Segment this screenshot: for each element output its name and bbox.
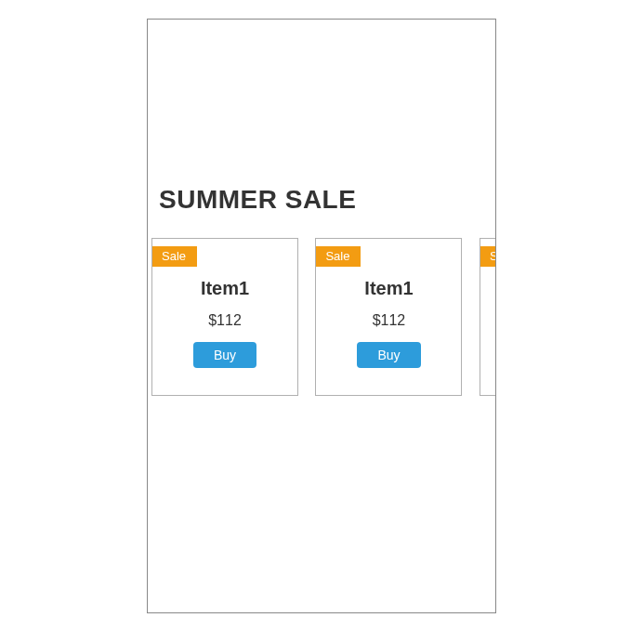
buy-button[interactable]: Buy <box>357 342 420 368</box>
product-title: Item1 <box>316 278 461 299</box>
sale-badge: Sale <box>316 246 361 267</box>
product-card: Sale Item1 $112 Buy <box>151 238 298 396</box>
product-price: $112 <box>316 312 461 329</box>
product-price: $112 <box>480 312 496 329</box>
product-title: Item1 <box>480 278 496 299</box>
product-card: Sale Item1 $112 Buy <box>315 238 462 396</box>
app-viewport: SUMMER SALE Sale Item1 $112 Buy Sale Ite… <box>147 19 496 613</box>
buy-button[interactable]: Buy <box>193 342 256 368</box>
product-price: $112 <box>152 312 297 329</box>
product-title: Item1 <box>152 278 297 299</box>
section-title: SUMMER SALE <box>159 185 356 215</box>
sale-badge: Sale <box>152 246 197 267</box>
sale-badge: Sale <box>480 246 496 267</box>
product-card: Sale Item1 $112 Buy <box>480 238 496 396</box>
product-card-row: Sale Item1 $112 Buy Sale Item1 $112 Buy … <box>151 238 496 396</box>
